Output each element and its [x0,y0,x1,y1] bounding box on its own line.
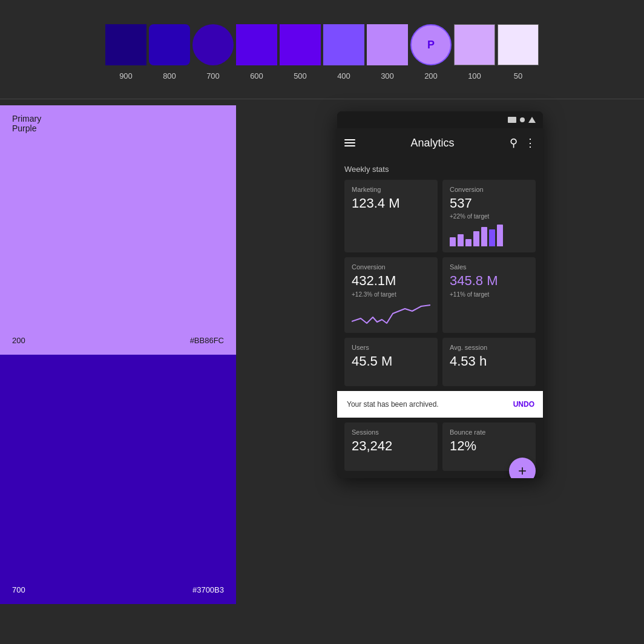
battery-icon [508,117,516,123]
bar-2 [458,234,464,246]
shade-label-600: 600 [236,71,277,80]
bounce-rate-value: 12% [450,438,528,454]
hamburger-menu-icon[interactable] [344,139,355,146]
status-bar [337,111,543,128]
conversion-bar-label: Conversion [450,186,528,193]
marketing-label: Marketing [352,186,430,193]
stats-grid: Marketing 123.4 M Conversion 537 +22% of… [344,180,536,386]
panel-200-hex: #BB86FC [190,336,224,345]
conversion-bar-sub: +22% of target [450,213,528,220]
primary-label: Primary [12,114,41,123]
bar-5 [481,227,487,246]
bar-3 [465,239,472,246]
bottom-cards: Sessions 23,242 Bounce rate 12% [344,422,536,471]
panel-200-shade: 200 [12,336,25,345]
snackbar: Your stat has been archived. UNDO [337,391,543,418]
conversion-bar-value: 537 [450,196,528,211]
signal-dot [520,117,525,122]
swatch-50[interactable] [498,24,539,65]
bar-7 [497,225,503,246]
avg-session-card: Avg. session 4.53 h [442,338,536,386]
users-label: Users [352,344,430,351]
sales-sub: +11% of target [450,291,528,298]
swatch-800[interactable] [149,24,190,65]
color-panel-200: Primary Purple 200 #BB86FC [0,105,236,355]
snackbar-undo-button[interactable]: UNDO [513,400,534,409]
more-vert-icon[interactable]: ⋮ [525,136,536,150]
swatch-400[interactable] [323,24,364,65]
conversion-line-sub: +12.3% of target [352,291,430,298]
sales-card: Sales 345.8 M +11% of target [442,257,536,332]
swatch-100[interactable] [454,24,495,65]
users-card: Users 45.5 M [344,338,438,386]
swatch-600[interactable] [236,24,277,65]
avg-session-label: Avg. session [450,344,528,351]
app-content: Weekly stats Marketing 123.4 M Conversio… [337,157,543,478]
bottom-section: Primary Purple 200 #BB86FC 700 #3700B3 [0,105,644,604]
snackbar-text: Your stat has been archived. [347,400,439,409]
bar-6 [489,229,495,246]
conversion-line-label: Conversion [352,263,430,271]
app-bar: Analytics ⚲ ⋮ [337,128,543,157]
panel-700-hex: #3700B3 [192,585,224,594]
signal-icon [528,117,536,123]
shade-label-900: 900 [105,71,146,80]
phone-mockup: Analytics ⚲ ⋮ Weekly stats Marketing 123… [337,111,543,478]
search-icon[interactable]: ⚲ [510,136,518,150]
shade-label-400: 400 [323,71,364,80]
conversion-line-value: 432.1M [352,273,430,289]
swatch-300[interactable] [367,24,408,65]
line-chart [352,300,430,327]
bottom-area: Sessions 23,242 Bounce rate 12% + [344,422,536,471]
shade-label-700: 700 [192,71,234,80]
palette-divider [0,99,644,99]
purple-label: Purple [12,123,41,133]
shade-label-800: 800 [149,71,190,80]
palette-labels: 900 800 700 600 500 400 300 200 100 50 [105,71,539,80]
conversion-bar-card: Conversion 537 +22% of target [442,180,536,252]
swatch-500[interactable] [280,24,321,65]
shade-label-500: 500 [280,71,321,80]
sessions-label: Sessions [352,429,430,436]
swatch-700[interactable] [192,24,234,65]
color-panels: Primary Purple 200 #BB86FC 700 #3700B3 [0,105,236,604]
weekly-stats-label: Weekly stats [344,165,536,174]
shade-label-200: 200 [410,71,452,80]
sales-value: 345.8 M [450,273,528,289]
bar-1 [450,237,456,246]
shade-label-300: 300 [367,71,408,80]
color-panel-700: 700 #3700B3 [0,355,236,604]
swatch-900[interactable] [105,24,146,65]
conversion-line-card: Conversion 432.1M +12.3% of target [344,257,438,332]
palette-swatches: P [105,24,539,65]
bar-4 [473,231,479,246]
marketing-card: Marketing 123.4 M [344,180,438,252]
bar-chart [450,222,528,246]
swatch-200[interactable]: P [410,24,452,65]
sales-label: Sales [450,263,528,271]
shade-label-100: 100 [454,71,495,80]
sessions-value: 23,242 [352,438,430,454]
shade-label-50: 50 [498,71,539,80]
panel-700-shade: 700 [12,585,25,594]
palette-section: P 900 800 700 600 500 400 300 200 100 50 [0,0,644,93]
users-value: 45.5 M [352,353,430,369]
app-bar-actions: ⚲ ⋮ [510,136,536,150]
phone-area: Analytics ⚲ ⋮ Weekly stats Marketing 123… [236,105,644,604]
app-bar-title: Analytics [363,137,502,150]
bounce-rate-label: Bounce rate [450,429,528,436]
sessions-card: Sessions 23,242 [344,422,438,471]
marketing-value: 123.4 M [352,196,430,211]
avg-session-value: 4.53 h [450,353,528,369]
